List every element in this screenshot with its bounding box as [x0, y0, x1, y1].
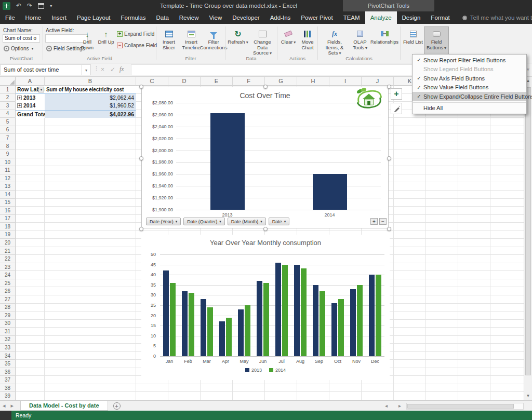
sheet-tab-active[interactable]: Data Model - Cost by date — [20, 401, 108, 411]
excel-icon[interactable] — [3, 2, 10, 10]
row-header-37[interactable]: 37 — [0, 376, 16, 384]
column-header-i[interactable]: I — [329, 77, 362, 86]
bar-jan-2013[interactable] — [163, 270, 169, 356]
insert-timeline-button[interactable]: Insert Timeline — [180, 27, 202, 57]
column-header-d[interactable]: D — [168, 77, 201, 86]
bar-mar-2014[interactable] — [207, 307, 213, 356]
menu-item-5[interactable]: Hide All — [413, 104, 526, 113]
tab-design[interactable]: Design — [397, 11, 426, 24]
hscroll-right-icon[interactable]: ▸ — [398, 403, 401, 409]
cell-b3-value[interactable]: $1,960.52 — [45, 102, 136, 110]
row-header-29[interactable]: 29 — [0, 311, 16, 320]
fields-items-sets-button[interactable]: fx Fields, Items, & Sets — [320, 27, 349, 57]
field-button-date-month-[interactable]: Date (Month) — [228, 218, 266, 225]
pivottable-quick-icon[interactable] — [38, 3, 44, 9]
clear-button[interactable]: Clear — [280, 27, 297, 57]
name-box[interactable]: Sum of cost over time — [0, 64, 82, 75]
selection-handle[interactable] — [263, 227, 268, 231]
bar-mar-2013[interactable] — [201, 299, 206, 356]
bar-2013[interactable] — [210, 113, 245, 210]
expand-entire-field-button[interactable]: + — [370, 218, 378, 225]
bar-feb-2014[interactable] — [189, 293, 194, 356]
bar-sep-2014[interactable] — [320, 291, 325, 356]
bar-oct-2013[interactable] — [331, 303, 337, 356]
menu-item-4[interactable]: ✓Show Expand/Collapse Entire Field Butto… — [413, 92, 526, 101]
column-header-a[interactable]: A — [16, 77, 45, 86]
new-sheet-button[interactable]: + — [113, 402, 121, 410]
row-header-36[interactable]: 36 — [0, 368, 16, 376]
chart-elements-button[interactable]: + — [391, 88, 402, 100]
cell-a1-row-labels[interactable]: Row Labels ▼ — [16, 86, 45, 94]
tab-file[interactable]: File — [0, 11, 20, 24]
cell-b4-grand-total-value[interactable]: $4,022.96 — [45, 110, 136, 118]
collapse-field-button[interactable]: −Collapse Field — [115, 42, 158, 49]
bar-may-2013[interactable] — [238, 309, 244, 356]
row-header-20[interactable]: 20 — [0, 239, 16, 247]
bar-2014[interactable] — [313, 174, 347, 210]
redo-icon[interactable]: ↷ — [27, 2, 32, 9]
expand-icon[interactable]: + — [17, 96, 22, 100]
bar-jun-2013[interactable] — [257, 281, 262, 356]
chart-styles-button[interactable] — [391, 103, 402, 114]
bar-aug-2013[interactable] — [294, 265, 300, 356]
expand-icon[interactable]: + — [17, 103, 22, 108]
filter-dropdown-icon[interactable]: ▼ — [38, 87, 44, 92]
tab-nav-left-icon[interactable]: ◂ — [3, 402, 6, 409]
change-data-source-button[interactable]: Change Data Source — [249, 27, 275, 57]
tab-team[interactable]: TEAM — [338, 11, 365, 24]
row-header-34[interactable]: 34 — [0, 352, 16, 360]
bar-dec-2014[interactable] — [376, 275, 381, 356]
row-header-9[interactable]: 9 — [0, 150, 16, 158]
row-header-24[interactable]: 24 — [0, 271, 16, 279]
tab-analyze[interactable]: Analyze — [365, 11, 397, 24]
row-header-21[interactable]: 21 — [0, 247, 16, 255]
menu-item-3[interactable]: ✓Show Value Field Buttons — [413, 83, 526, 92]
column-header-g[interactable]: G — [265, 77, 297, 86]
selection-handle[interactable] — [139, 156, 143, 160]
vertical-scrollbar[interactable]: ▲ ▼ — [524, 77, 532, 400]
bar-feb-2013[interactable] — [182, 291, 188, 356]
cell-a3-year[interactable]: + 2014 — [16, 102, 45, 110]
cell-b2-value[interactable]: $2,062.44 — [45, 94, 136, 102]
drill-up-button[interactable]: ↑ Drill Up — [98, 27, 114, 57]
pivotchart-cost-over-time[interactable]: Cost Over Time$2,080.00$2,060.00$2,040.0… — [141, 87, 389, 228]
insert-slicer-button[interactable]: Insert Slicer — [158, 27, 180, 57]
row-header-18[interactable]: 18 — [0, 223, 16, 231]
row-header-30[interactable]: 30 — [0, 320, 16, 328]
tab-format[interactable]: Format — [425, 11, 455, 24]
row-header-5[interactable]: 5 — [0, 118, 16, 126]
tab-insert[interactable]: Insert — [46, 11, 72, 24]
tell-me-box[interactable]: Tell me what you want to do... — [462, 11, 532, 24]
bar-jan-2014[interactable] — [170, 283, 176, 356]
chart-year-over-year-monthly[interactable]: Year Over Year Monthly consumption504540… — [141, 235, 390, 380]
bar-may-2014[interactable] — [245, 305, 250, 356]
selection-handle[interactable] — [139, 227, 143, 231]
row-header-32[interactable]: 32 — [0, 336, 16, 344]
bar-nov-2013[interactable] — [350, 289, 356, 356]
formula-bar-expand-icon[interactable]: ˅ — [527, 67, 529, 72]
selection-handle[interactable] — [387, 156, 391, 160]
row-header-7[interactable]: 7 — [0, 134, 16, 142]
bar-nov-2014[interactable] — [357, 285, 363, 356]
olap-tools-button[interactable]: OLAP Tools — [350, 27, 370, 57]
horizontal-scroll-thumb[interactable] — [407, 404, 514, 409]
tab-add-ins[interactable]: Add-Ins — [265, 11, 296, 24]
bar-jun-2014[interactable] — [263, 283, 269, 356]
row-header-28[interactable]: 28 — [0, 304, 16, 312]
tab-page-layout[interactable]: Page Layout — [72, 11, 116, 24]
options-button[interactable]: Options — [2, 45, 35, 52]
expand-field-button[interactable]: +Expand Field — [115, 31, 156, 37]
insert-function-icon[interactable]: fx — [119, 65, 124, 73]
row-header-23[interactable]: 23 — [0, 263, 16, 272]
horizontal-scrollbar[interactable] — [406, 403, 524, 410]
row-header-33[interactable]: 33 — [0, 344, 16, 352]
menu-item-2[interactable]: ✓Show Axis Field Buttons — [413, 74, 526, 83]
row-header-14[interactable]: 14 — [0, 191, 16, 199]
row-header-1[interactable]: 1 — [0, 86, 16, 94]
column-header-f[interactable]: F — [233, 77, 265, 86]
relationships-button[interactable]: Relationships — [371, 27, 398, 57]
row-header-17[interactable]: 17 — [0, 215, 16, 223]
cancel-icon[interactable]: × — [101, 66, 104, 73]
tab-power-pivot[interactable]: Power Pivot — [296, 11, 338, 24]
selection-handle[interactable] — [139, 85, 143, 89]
